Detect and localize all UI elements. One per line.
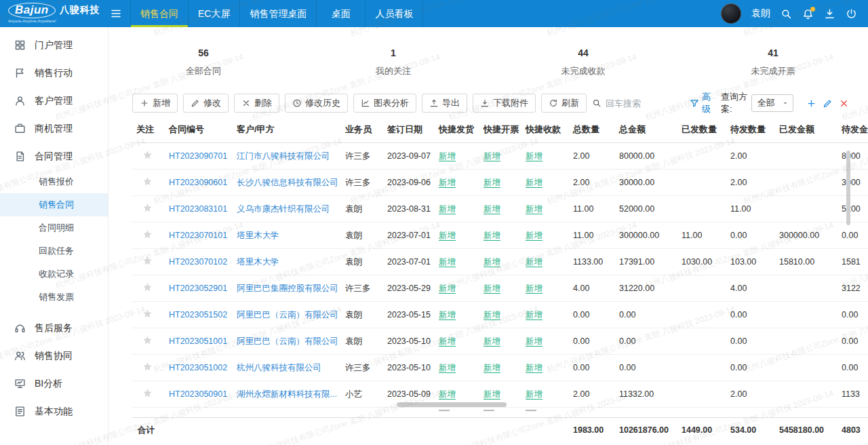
search-icon[interactable] xyxy=(781,8,792,20)
table-row[interactable]: HT2023090601长沙八骏信息科技有限公司许三多2023-09-06新增新… xyxy=(132,170,868,196)
toolbar-export-button[interactable]: 导出 xyxy=(422,94,467,113)
sidebar-item[interactable]: 客户管理 xyxy=(0,87,108,115)
table-row[interactable]: HT2023051502阿里巴巴（云南）有限公司袁朗2023-05-15新增新增… xyxy=(132,302,868,328)
star-icon[interactable] xyxy=(142,256,153,266)
sidebar-item[interactable]: 合同管理 xyxy=(0,142,108,170)
quick-invoice-link[interactable]: 新增 xyxy=(484,204,500,214)
customer-link[interactable]: 杭州八骏科技有限公司 xyxy=(237,363,321,372)
customer-link[interactable]: 阿里巴巴（云南）有限公司 xyxy=(237,310,338,320)
top-tab-3[interactable]: 销售管理桌面 xyxy=(240,0,317,27)
quick-collect-link[interactable]: 新增 xyxy=(526,151,542,161)
quick-invoice-link[interactable]: 新增 xyxy=(484,363,500,372)
star-icon[interactable] xyxy=(142,335,153,345)
quick-collect-link[interactable]: 新增 xyxy=(526,231,542,240)
toolbar-edit-button[interactable]: 修改 xyxy=(183,94,229,113)
quick-collect-link[interactable]: 新增 xyxy=(526,363,542,372)
sidebar-subitem[interactable]: 销售合同 xyxy=(0,193,108,216)
horizontal-scrollbar-thumb[interactable] xyxy=(397,402,507,407)
customer-link[interactable]: 塔里木大学 xyxy=(237,231,279,240)
table-row[interactable]: HT2023083101义乌市康杰针织有限公司袁朗2023-08-31新增新增新… xyxy=(132,196,868,222)
quick-ship-link[interactable]: 新增 xyxy=(439,389,456,399)
quick-invoice-link[interactable]: 新增 xyxy=(484,389,500,399)
quick-collect-link[interactable]: 新增 xyxy=(526,310,542,320)
sidebar-item[interactable]: 销售协同 xyxy=(0,342,108,370)
power-icon[interactable] xyxy=(846,8,857,20)
add-query-plan-icon[interactable] xyxy=(806,98,816,109)
avatar[interactable] xyxy=(721,3,741,24)
customer-link[interactable]: 阿里巴巴（云南）有限公司 xyxy=(237,336,338,346)
customer-link[interactable]: 阿里巴巴集團控股有限公司 xyxy=(237,284,338,293)
quick-invoice-link[interactable]: 新增 xyxy=(484,284,500,293)
contract-no-link[interactable]: HT2023070102 xyxy=(169,257,227,267)
quick-ship-link[interactable]: 新增 xyxy=(439,231,456,240)
star-icon[interactable] xyxy=(142,362,153,372)
customer-link[interactable]: 长沙八骏信息科技有限公司 xyxy=(237,178,338,187)
sidebar-subitem[interactable]: 销售报价 xyxy=(0,170,108,193)
sidebar-subitem[interactable]: 销售发票 xyxy=(0,286,108,309)
menu-icon[interactable] xyxy=(110,7,122,20)
contract-no-link[interactable]: HT2023051001 xyxy=(169,336,227,346)
edit-query-plan-icon[interactable] xyxy=(823,98,833,109)
star-icon[interactable] xyxy=(142,229,153,239)
query-plan-select[interactable]: 全部 xyxy=(751,94,793,112)
download-icon[interactable] xyxy=(824,8,835,20)
star-icon[interactable] xyxy=(142,282,153,292)
quick-invoice-link[interactable]: 新增 xyxy=(484,336,500,346)
quick-ship-link[interactable]: 新增 xyxy=(439,284,456,293)
customer-link[interactable]: 义乌市康杰针织有限公司 xyxy=(237,204,330,214)
sidebar-subitem[interactable]: 合同明细 xyxy=(0,216,108,239)
contract-no-link[interactable]: HT2023083101 xyxy=(169,204,227,214)
search-box[interactable] xyxy=(592,98,682,109)
advanced-filter-button[interactable]: 高级 xyxy=(690,91,711,115)
contract-no-link[interactable]: HT2023090701 xyxy=(169,151,227,161)
quick-invoice-link[interactable]: 新增 xyxy=(484,257,500,267)
toolbar-add-button[interactable]: 新增 xyxy=(132,94,178,113)
contract-no-link[interactable]: HT2023052901 xyxy=(169,284,227,293)
quick-ship-link[interactable]: 新增 xyxy=(439,257,456,267)
quick-ship-link[interactable]: 新增 xyxy=(439,310,456,320)
sidebar-item[interactable]: 销售行动 xyxy=(0,59,108,87)
quick-collect-link[interactable]: 新增 xyxy=(526,178,542,187)
quick-invoice-link[interactable]: 新增 xyxy=(484,231,500,240)
quick-ship-link[interactable]: 新增 xyxy=(439,363,456,372)
toolbar-delete-button[interactable]: 删除 xyxy=(234,94,279,113)
contract-no-link[interactable]: HT2023051502 xyxy=(169,310,227,320)
sidebar-item[interactable]: 基本功能 xyxy=(0,398,108,425)
contract-no-link[interactable]: HT2023050901 xyxy=(169,389,227,399)
quick-invoice-link[interactable]: 新增 xyxy=(484,310,500,320)
table-row[interactable]: HT2023051002杭州八骏科技有限公司许三多2023-05-10新增新增新… xyxy=(132,355,868,381)
quick-collect-link[interactable]: 新增 xyxy=(526,257,542,267)
quick-ship-link[interactable]: 新增 xyxy=(439,336,456,346)
quick-ship-link[interactable]: 新增 xyxy=(439,178,456,187)
search-input[interactable] xyxy=(606,98,682,109)
contract-no-link[interactable]: HT2023051002 xyxy=(169,363,227,372)
sidebar-item[interactable]: 商机管理 xyxy=(0,115,108,142)
toolbar-chart-analysis-button[interactable]: 图表分析 xyxy=(353,94,416,113)
table-row[interactable]: HT2023052901阿里巴巴集團控股有限公司许三多2023-05-29新增新… xyxy=(132,275,868,302)
top-tab-1[interactable]: 销售合同 xyxy=(130,0,189,27)
customer-link[interactable]: 塔里木大学 xyxy=(237,257,279,267)
star-icon[interactable] xyxy=(142,150,153,160)
quick-collect-link[interactable]: 新增 xyxy=(526,389,542,399)
star-icon[interactable] xyxy=(142,309,153,319)
table-row[interactable]: HT2023070101塔里木大学袁朗2023-07-01新增新增新增11.00… xyxy=(132,222,868,249)
top-tab-2[interactable]: EC大屏 xyxy=(189,0,240,27)
star-icon[interactable] xyxy=(142,388,153,398)
toolbar-history-button[interactable]: 修改历史 xyxy=(285,94,348,113)
quick-collect-link[interactable]: 新增 xyxy=(526,336,542,346)
table-row[interactable]: HT2023051001阿里巴巴（云南）有限公司袁朗2023-05-10新增新增… xyxy=(132,328,868,355)
sidebar-subitem[interactable]: 回款任务 xyxy=(0,239,108,263)
toolbar-refresh-button[interactable]: 刷新 xyxy=(541,94,587,113)
customer-link[interactable]: 江门市八骏科技有限公司 xyxy=(237,151,330,161)
quick-invoice-link[interactable]: 新增 xyxy=(484,151,500,161)
sidebar-subitem[interactable]: 收款记录 xyxy=(0,263,108,286)
delete-query-plan-icon[interactable] xyxy=(839,98,849,109)
sidebar-item[interactable]: 门户管理 xyxy=(0,31,108,59)
quick-ship-link[interactable]: 新增 xyxy=(439,151,456,161)
quick-collect-link[interactable]: 新增 xyxy=(526,204,542,214)
top-tab-4[interactable]: 桌面 xyxy=(317,0,366,27)
star-icon[interactable] xyxy=(142,176,153,187)
bell-icon[interactable] xyxy=(802,8,814,20)
table-row[interactable]: HT2023070102塔里木大学袁朗2023-07-01新增新增新增1133.… xyxy=(132,249,868,275)
quick-invoice-link[interactable]: 新增 xyxy=(484,178,500,187)
